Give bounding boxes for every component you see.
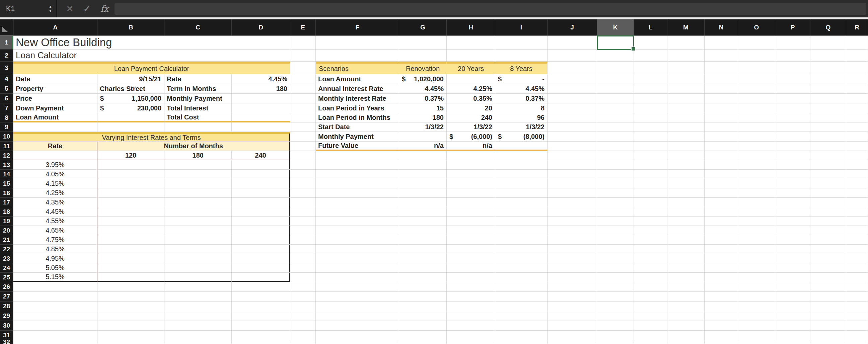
cell-H4[interactable] <box>447 74 495 84</box>
cell-R5[interactable] <box>846 84 868 94</box>
cell-I12[interactable] <box>495 151 548 160</box>
cell-F15[interactable] <box>316 179 399 188</box>
cell-C31[interactable] <box>164 331 232 340</box>
cell-K12[interactable] <box>597 151 634 160</box>
cell-N16[interactable] <box>705 188 738 198</box>
cell-Q2[interactable] <box>810 49 846 62</box>
cell-F23[interactable] <box>316 254 399 263</box>
cell-J7[interactable] <box>548 103 597 113</box>
cell-A6[interactable]: Price <box>13 94 97 103</box>
cell-C18[interactable] <box>164 207 232 216</box>
cell-Q25[interactable] <box>810 273 846 282</box>
cell-M27[interactable] <box>668 292 705 302</box>
cell-P17[interactable] <box>775 198 810 207</box>
cell-B21[interactable] <box>97 235 164 245</box>
cell-N1[interactable] <box>705 36 738 49</box>
cell-R3[interactable] <box>846 62 868 74</box>
cell-P10[interactable] <box>775 132 810 142</box>
cell-K7[interactable] <box>597 103 634 113</box>
row-header-10[interactable]: 10 <box>0 132 13 142</box>
cell-D25[interactable] <box>232 273 290 282</box>
cell-E5[interactable] <box>290 84 316 94</box>
cell-G28[interactable] <box>399 302 447 311</box>
cell-J6[interactable] <box>548 94 597 103</box>
cell-A8[interactable]: Loan Amount <box>13 113 97 123</box>
cell-R26[interactable] <box>846 282 868 292</box>
cell-L2[interactable] <box>634 49 668 62</box>
cell-N19[interactable] <box>705 216 738 226</box>
cell-J23[interactable] <box>548 254 597 263</box>
cell-K14[interactable] <box>597 170 634 179</box>
row-header-25[interactable]: 25 <box>0 273 13 282</box>
cell-N9[interactable] <box>705 123 738 132</box>
cell-R18[interactable] <box>846 207 868 216</box>
cell-H9[interactable]: 1/3/22 <box>447 123 495 132</box>
cell-F26[interactable] <box>316 282 399 292</box>
cell-M15[interactable] <box>668 179 705 188</box>
cell-H30[interactable] <box>447 321 495 331</box>
cell-B13[interactable] <box>97 160 164 170</box>
cell-L8[interactable] <box>634 113 668 123</box>
col-header-Q[interactable]: Q <box>810 20 846 35</box>
row-header-18[interactable]: 18 <box>0 207 13 216</box>
cell-E6[interactable] <box>290 94 316 103</box>
cell-F32[interactable] <box>316 340 399 344</box>
cell-A16[interactable]: 4.25% <box>13 188 97 198</box>
cell-B11[interactable]: Number of Months <box>97 142 290 151</box>
cell-K18[interactable] <box>597 207 634 216</box>
cell-H29[interactable] <box>447 311 495 321</box>
cell-G9[interactable]: 1/3/22 <box>399 123 447 132</box>
cell-F14[interactable] <box>316 170 399 179</box>
cell-M22[interactable] <box>668 245 705 254</box>
cell-E22[interactable] <box>290 245 316 254</box>
cell-O22[interactable] <box>738 245 775 254</box>
cell-P18[interactable] <box>775 207 810 216</box>
cancel-entry-icon[interactable]: ✕ <box>66 4 73 14</box>
cell-R1[interactable] <box>846 36 868 49</box>
cell-P29[interactable] <box>775 311 810 321</box>
cell-A13[interactable]: 3.95% <box>13 160 97 170</box>
cell-R6[interactable] <box>846 94 868 103</box>
cell-Q1[interactable] <box>810 36 846 49</box>
cell-O21[interactable] <box>738 235 775 245</box>
cell-H1[interactable] <box>447 36 495 49</box>
cell-A1[interactable]: New Office Building <box>13 36 290 49</box>
cell-J30[interactable] <box>548 321 597 331</box>
cell-I29[interactable] <box>495 311 548 321</box>
cell-I7[interactable]: 8 <box>495 103 548 113</box>
cell-G10[interactable] <box>399 132 447 142</box>
cell-B30[interactable] <box>97 321 164 331</box>
cell-I19[interactable] <box>495 216 548 226</box>
cell-A23[interactable]: 4.95% <box>13 254 97 263</box>
col-header-C[interactable]: C <box>164 20 232 35</box>
cell-O30[interactable] <box>738 321 775 331</box>
cell-D8[interactable] <box>232 113 290 123</box>
row-header-12[interactable]: 12 <box>0 151 13 160</box>
cell-G2[interactable] <box>399 49 447 62</box>
row-header-30[interactable]: 30 <box>0 321 13 331</box>
cell-E19[interactable] <box>290 216 316 226</box>
cell-N6[interactable] <box>705 94 738 103</box>
cell-N27[interactable] <box>705 292 738 302</box>
cell-B5[interactable]: Charles Street <box>97 84 164 94</box>
cell-Q18[interactable] <box>810 207 846 216</box>
cell-Q20[interactable] <box>810 226 846 235</box>
cell-P4[interactable] <box>775 74 810 84</box>
cell-O27[interactable] <box>738 292 775 302</box>
cell-H19[interactable] <box>447 216 495 226</box>
col-header-I[interactable]: I <box>495 20 548 35</box>
cell-F3[interactable]: Scenarios <box>316 62 399 74</box>
cell-G15[interactable] <box>399 179 447 188</box>
cell-P13[interactable] <box>775 160 810 170</box>
cell-E23[interactable] <box>290 254 316 263</box>
cell-G27[interactable] <box>399 292 447 302</box>
cell-E31[interactable] <box>290 331 316 340</box>
cell-A24[interactable]: 5.05% <box>13 263 97 273</box>
cell-P27[interactable] <box>775 292 810 302</box>
cell-A2[interactable]: Loan Calculator <box>13 49 290 62</box>
cell-C23[interactable] <box>164 254 232 263</box>
col-header-N[interactable]: N <box>705 20 738 35</box>
cell-R25[interactable] <box>846 273 868 282</box>
cell-M17[interactable] <box>668 198 705 207</box>
cell-F12[interactable] <box>316 151 399 160</box>
